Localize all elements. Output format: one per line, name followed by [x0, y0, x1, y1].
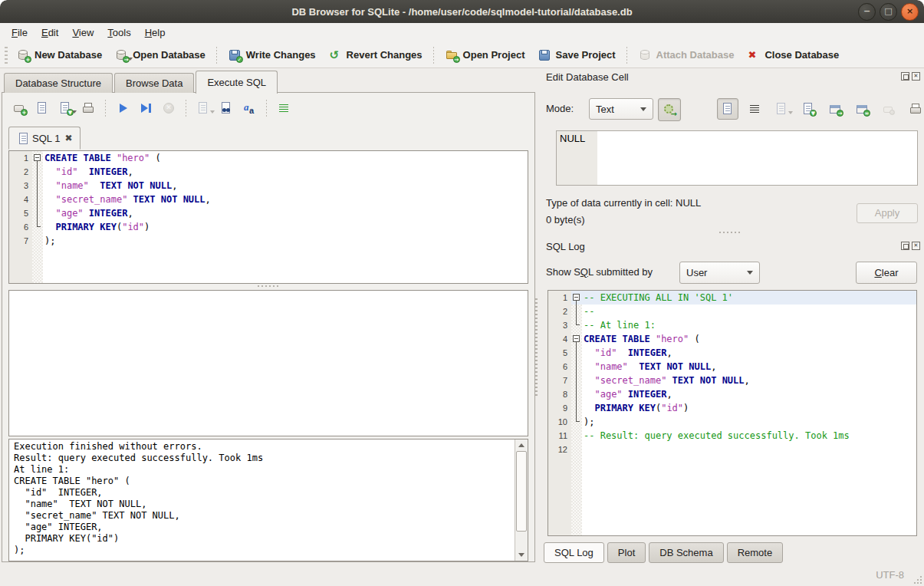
toolbar-button-label: Write Changes: [246, 49, 316, 61]
new-tab-button[interactable]: +: [8, 97, 30, 119]
text-view-button[interactable]: [717, 98, 738, 120]
mode-select-value: Text: [596, 104, 614, 115]
float-dock-icon[interactable]: [901, 242, 909, 250]
mode-select[interactable]: Text: [589, 98, 653, 120]
dock-tab-remote[interactable]: Remote: [727, 542, 784, 563]
scrollbar-thumb[interactable]: [516, 451, 527, 532]
dock-tab-plot[interactable]: Plot: [607, 542, 646, 563]
revert-changes-button[interactable]: Revert Changes: [322, 45, 429, 65]
code-line: 5 "id" INTEGER,: [548, 346, 916, 360]
close-database-icon: [746, 48, 760, 62]
line-number: 1: [548, 291, 571, 305]
submitted-by-value: User: [686, 267, 707, 278]
fold-line: [576, 401, 577, 415]
editor-results-splitter[interactable]: [8, 282, 528, 290]
fold-marker: [32, 206, 43, 220]
messages-scrollbar[interactable]: [515, 440, 528, 561]
code-line: 12: [548, 443, 916, 456]
menu-edit[interactable]: Edit: [35, 25, 65, 41]
code-line: 3 "name" TEXT NOT NULL,: [9, 179, 528, 193]
write-changes-button[interactable]: ✓Write Changes: [222, 45, 322, 65]
execute-all-button[interactable]: [112, 97, 133, 119]
cell-value-editor[interactable]: NULL: [556, 130, 918, 186]
export-file-button[interactable]: ▼: [797, 98, 819, 120]
print-cell-button[interactable]: [905, 98, 924, 120]
maximize-button[interactable]: □: [880, 3, 897, 21]
sql-code-editor[interactable]: 1CREATE TABLE "hero" (2 "id" INTEGER,3 "…: [8, 150, 528, 284]
word-wrap-button[interactable]: [744, 98, 765, 120]
fold-box-icon[interactable]: [34, 154, 41, 161]
submitted-by-select[interactable]: User: [679, 262, 760, 284]
set-null-button: [878, 98, 899, 120]
print-button[interactable]: [77, 97, 99, 119]
minimize-button[interactable]: −: [858, 3, 876, 21]
close-dock-icon[interactable]: [912, 72, 920, 81]
menu-tools[interactable]: Tools: [100, 25, 137, 41]
sql-tab-label: SQL 1: [32, 133, 60, 144]
save-sql-file-button[interactable]: ▼: [54, 97, 76, 119]
scroll-down-icon[interactable]: [515, 550, 527, 561]
close-tab-icon[interactable]: ✖: [64, 133, 72, 143]
clear-log-button[interactable]: Clear: [856, 262, 917, 284]
tab-database-structure[interactable]: Database Structure: [4, 73, 113, 93]
text-view-icon: [721, 102, 735, 116]
resize-grip-icon[interactable]: [914, 576, 922, 584]
panel-splitter[interactable]: [535, 298, 538, 398]
results-grid-pane: [8, 290, 528, 436]
badge-icon: →: [453, 56, 460, 63]
open-sql-file-button[interactable]: [31, 97, 53, 119]
line-number: 5: [9, 206, 32, 220]
new-database-button[interactable]: +New Database: [10, 45, 108, 65]
dock-tab-sql-log[interactable]: SQL Log: [544, 542, 604, 563]
cell-size-text: 0 byte(s): [546, 214, 585, 226]
title-bar: DB Browser for SQLite - /home/user/code/…: [0, 0, 924, 24]
auto-complete-button[interactable]: [238, 97, 260, 119]
open-external-button[interactable]: →: [824, 98, 846, 120]
float-dock-icon[interactable]: [901, 72, 909, 81]
dock-tab-db-schema[interactable]: DB Schema: [649, 542, 723, 563]
line-number: 4: [548, 332, 571, 346]
save-project-button[interactable]: Save Project: [531, 45, 622, 65]
close-dock-icon[interactable]: [912, 242, 920, 250]
code-text: "id" INTEGER,: [582, 346, 916, 360]
fold-box-icon[interactable]: [573, 335, 580, 342]
sql-log-view[interactable]: 1-- EXECUTING ALL IN 'SQL 1'2--3-- At li…: [547, 290, 917, 536]
tab-sql-1[interactable]: SQL 1 ✖: [8, 127, 81, 150]
status-bar: UTF-8: [0, 564, 924, 586]
write-changes-icon: ✓: [228, 48, 242, 62]
dock-splitter[interactable]: [536, 229, 924, 235]
code-line: 6 "name" TEXT NOT NULL,: [548, 360, 916, 374]
fold-marker[interactable]: [32, 151, 43, 165]
menu-help[interactable]: Help: [138, 25, 173, 41]
menu-file[interactable]: File: [5, 25, 35, 41]
dropdown-caret-icon: [788, 111, 793, 114]
tab-execute-sql[interactable]: Execute SQL: [196, 71, 278, 94]
fold-marker[interactable]: [571, 332, 582, 346]
code-text: "name" TEXT NOT NULL,: [582, 360, 916, 374]
format-code-icon: [277, 101, 291, 115]
close-database-button[interactable]: Close Database: [740, 45, 845, 65]
dock-region: Edit Database Cell Mode: Text ▼→∞ NULL T…: [536, 68, 924, 564]
execute-line-button[interactable]: [135, 97, 156, 119]
copy-link-button[interactable]: ∞: [851, 98, 873, 120]
format-code-button[interactable]: [273, 97, 294, 119]
find-replace-button[interactable]: [215, 97, 237, 119]
menu-view[interactable]: View: [65, 25, 100, 41]
close-button[interactable]: ×: [901, 3, 919, 21]
fold-end: [37, 220, 38, 227]
fold-marker[interactable]: [571, 291, 582, 305]
badge-icon: ▼: [810, 110, 817, 117]
toolbar-grip[interactable]: [5, 47, 8, 64]
auto-switch-mode-button[interactable]: [658, 98, 681, 121]
scroll-up-icon[interactable]: [515, 440, 527, 450]
fold-line: [37, 193, 38, 206]
open-project-button[interactable]: →Open Project: [439, 45, 531, 65]
fold-marker: [32, 165, 43, 179]
open-database-button[interactable]: →Open Database: [108, 45, 212, 65]
badge-icon: →: [123, 56, 130, 63]
fold-box-icon[interactable]: [573, 294, 580, 301]
fold-line: [576, 360, 577, 374]
toolbar-separator: [266, 100, 267, 117]
tab-browse-data[interactable]: Browse Data: [114, 73, 194, 93]
code-text: -- Result: query executed successfully. …: [582, 429, 916, 443]
